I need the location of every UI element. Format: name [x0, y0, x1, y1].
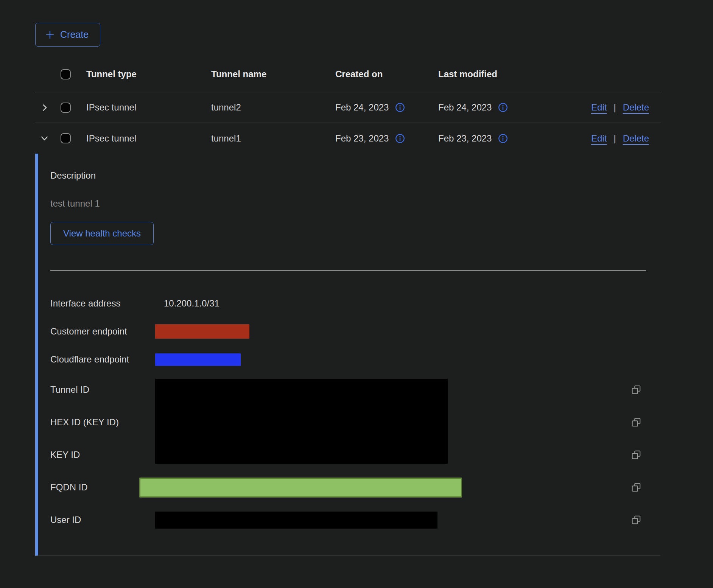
plus-icon [45, 30, 55, 40]
field-label: KEY ID [50, 450, 155, 460]
delete-link[interactable]: Delete [623, 133, 649, 144]
description-value: test tunnel 1 [50, 198, 660, 209]
tunnel-details-panel: Description test tunnel 1 View health ch… [35, 154, 660, 556]
interface-address-value: 10.200.1.0/31 [155, 298, 220, 309]
customer-endpoint-redacted-value [155, 324, 249, 339]
cloudflare-endpoint-redacted-value [155, 353, 241, 366]
cell-tunnel-type: IPsec tunnel [86, 102, 211, 113]
create-button[interactable]: Create [35, 23, 100, 47]
copy-icon[interactable] [631, 450, 641, 460]
cell-tunnel-name: tunnel1 [211, 133, 335, 144]
copy-icon[interactable] [631, 417, 641, 427]
column-header-tunnel-name: Tunnel name [211, 69, 335, 79]
field-label: Interface address [50, 298, 155, 309]
description-label: Description [50, 170, 660, 181]
edit-link[interactable]: Edit [591, 102, 607, 113]
select-row-checkbox[interactable] [61, 103, 71, 113]
tunnels-page: Create Tunnel type Tunnel name Created o… [0, 0, 713, 556]
field-label: Tunnel ID [50, 384, 155, 395]
field-label: User ID [50, 515, 155, 525]
info-icon[interactable] [498, 134, 508, 143]
cell-last-modified: Feb 24, 2023 [438, 102, 492, 113]
column-header-last-modified: Last modified [438, 69, 584, 79]
copy-icon[interactable] [631, 482, 641, 492]
table-header: Tunnel type Tunnel name Created on Last … [35, 56, 660, 92]
detail-row-cloudflare-endpoint: Cloudflare endpoint [50, 345, 660, 373]
delete-link[interactable]: Delete [623, 102, 649, 113]
cell-tunnel-name: tunnel2 [211, 102, 335, 113]
create-button-label: Create [60, 29, 89, 40]
actions-separator: | [613, 133, 616, 144]
cell-created-on: Feb 23, 2023 [335, 133, 389, 144]
detail-row-customer-endpoint: Customer endpoint [50, 317, 660, 345]
copy-icon[interactable] [631, 385, 641, 395]
cell-last-modified: Feb 23, 2023 [438, 133, 492, 144]
edit-link[interactable]: Edit [591, 133, 607, 144]
select-all-checkbox[interactable] [61, 69, 71, 79]
select-row-checkbox[interactable] [61, 133, 71, 143]
actions-separator: | [613, 102, 616, 113]
cell-created-on: Feb 24, 2023 [335, 102, 389, 113]
field-label: Customer endpoint [50, 326, 155, 337]
ids-redacted-value [155, 379, 448, 464]
detail-row-interface-address: Interface address 10.200.1.0/31 [50, 289, 660, 317]
field-label: Cloudflare endpoint [50, 354, 155, 365]
tunnels-table: Tunnel type Tunnel name Created on Last … [35, 56, 660, 556]
chevron-right-icon[interactable] [40, 103, 49, 112]
column-header-tunnel-type: Tunnel type [86, 69, 211, 79]
info-icon[interactable] [395, 103, 405, 112]
tunnel-detail-fields: Interface address 10.200.1.0/31 Customer… [50, 289, 660, 536]
user-id-redacted-value [155, 512, 437, 529]
cell-tunnel-type: IPsec tunnel [86, 133, 211, 144]
detail-row-user-id: User ID [50, 504, 660, 536]
chevron-down-icon[interactable] [40, 134, 49, 143]
info-icon[interactable] [498, 103, 508, 112]
table-row: IPsec tunnel tunnel2 Feb 24, 2023 Feb 24… [35, 92, 660, 123]
panel-divider [50, 270, 646, 271]
detail-row-fqdn-id: FQDN ID [50, 471, 660, 504]
table-row: IPsec tunnel tunnel1 Feb 23, 2023 Feb 23… [35, 123, 660, 154]
copy-icon[interactable] [631, 515, 641, 525]
id-fields-group: Tunnel ID HEX ID (KEY ID) KEY ID [50, 373, 660, 471]
fqdn-id-redacted-value [139, 478, 462, 498]
field-label: HEX ID (KEY ID) [50, 417, 155, 428]
info-icon[interactable] [395, 134, 405, 143]
view-health-checks-button[interactable]: View health checks [50, 222, 154, 245]
column-header-created-on: Created on [335, 69, 438, 79]
